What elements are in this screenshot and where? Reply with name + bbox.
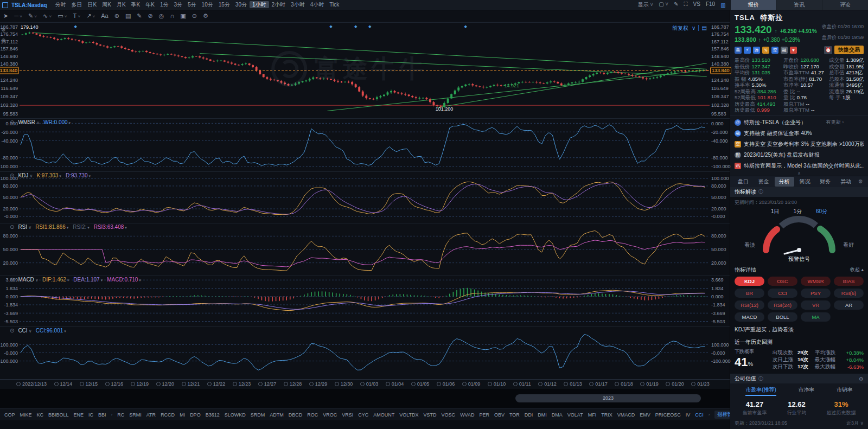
kdj-plot[interactable]: [20, 172, 710, 223]
valuation-tab[interactable]: 市销率: [837, 386, 853, 396]
notice-row[interactable]: 企特斯拉-TESLA（企业号）有更新 ›: [735, 117, 864, 128]
indicator-tab[interactable]: ENE: [74, 412, 84, 418]
price-plot[interactable]: 179.140101.20014.921◆◆◆◆◆: [20, 23, 710, 119]
timeframe-button[interactable]: 周K: [99, 1, 114, 8]
date-axis[interactable]: 2022/12/1312/1412/1512/1612/1912/2012/21…: [0, 379, 730, 389]
wmsr-plot[interactable]: [20, 119, 710, 171]
chart-tool-button[interactable]: 显示: [638, 1, 654, 9]
indicator-tab[interactable]: IC: [88, 412, 93, 418]
indicator-tab[interactable]: MI: [180, 412, 185, 418]
period-button[interactable]: 1分: [793, 208, 802, 215]
tabs-settings-icon[interactable]: ⚙: [857, 178, 865, 184]
indicator-chip[interactable]: RSI(24): [768, 300, 797, 310]
timeframe-button[interactable]: 3分: [171, 1, 185, 8]
indicator-value[interactable]: WR:0.000: [43, 119, 71, 125]
indicator-name[interactable]: MACD: [18, 277, 39, 283]
indicator-tab[interactable]: SLOWKD: [225, 412, 246, 418]
indicator-tab[interactable]: KC: [37, 412, 44, 418]
timeframe-button[interactable]: 季K: [129, 1, 143, 8]
indicator-name[interactable]: CCI: [18, 328, 31, 334]
indicator-tab[interactable]: DMI: [538, 412, 547, 418]
panel-tab[interactable]: 盘口: [733, 177, 753, 187]
drawing-tool-icon[interactable]: ▤: [125, 13, 131, 19]
sidebar-tab[interactable]: 评论: [822, 0, 868, 10]
indicator-value[interactable]: RSI3:63.408: [94, 224, 127, 230]
timeframe-button[interactable]: 月K: [114, 1, 129, 8]
indicator-tab[interactable]: EMV: [640, 412, 650, 418]
indicator-chip[interactable]: RSI(12): [735, 300, 764, 310]
indicator-tab[interactable]: ATR: [146, 412, 156, 418]
indicator-tab[interactable]: VROC: [323, 412, 337, 418]
indicator-tab[interactable]: SRMI: [129, 412, 142, 418]
indicator-chip[interactable]: BR: [735, 289, 764, 298]
chart-tool-button[interactable]: VS: [693, 1, 700, 9]
scroll-thumb[interactable]: 2023: [515, 394, 701, 402]
event-marker-icon[interactable]: ◆: [354, 24, 357, 29]
timeframe-button[interactable]: 多日: [69, 1, 85, 8]
indicator-tab[interactable]: COP: [4, 412, 15, 418]
valuation-settings-icon[interactable]: ⚙: [859, 376, 864, 382]
indicator-tab[interactable]: CYC: [358, 412, 368, 418]
indicator-name[interactable]: KDJ: [18, 172, 33, 178]
valuation-range-select[interactable]: 近3月: [846, 420, 864, 427]
event-marker-icon[interactable]: ◆: [464, 24, 467, 29]
timeframe-button[interactable]: 分时: [53, 1, 69, 8]
drawing-tool-icon[interactable]: Aa: [101, 13, 108, 19]
timeframe-button[interactable]: 1分: [157, 1, 171, 8]
indicator-chip[interactable]: AR: [834, 300, 864, 310]
macd-plot[interactable]: [20, 276, 710, 326]
chart-tool-button[interactable]: ⛶: [684, 1, 688, 9]
panel-tab[interactable]: 财务: [815, 177, 835, 187]
indicator-tab[interactable]: VOLTDX: [399, 412, 418, 418]
indicator-tab[interactable]: TOR: [509, 412, 520, 418]
indicator-tab[interactable]: VOLAT: [567, 412, 583, 418]
drawing-tool-icon[interactable]: ✎: [28, 13, 37, 19]
indicator-tab[interactable]: MIKE: [20, 412, 32, 418]
collapse-icon[interactable]: ⊙: [10, 277, 14, 283]
event-marker-icon[interactable]: ◆: [329, 24, 332, 29]
timeframe-button[interactable]: 日K: [85, 1, 100, 8]
drawing-tool-icon[interactable]: ▭: [58, 13, 67, 19]
drawing-tool-icon[interactable]: ✎: [137, 13, 142, 19]
indicator-tab[interactable]: OBV: [494, 412, 505, 418]
indicator-value[interactable]: MACD:0.710: [107, 277, 141, 283]
indicator-chip[interactable]: CCI: [768, 289, 797, 298]
chart-layout-icons[interactable]: ∨ ⏐ ▤: [692, 25, 707, 31]
indicator-value[interactable]: K:97.303: [36, 172, 61, 178]
indicator-chip[interactable]: PSY: [801, 289, 831, 298]
timeframe-button[interactable]: 10分: [199, 1, 216, 8]
indicator-tab[interactable]: VOSC: [442, 412, 456, 418]
period-button[interactable]: 1日: [771, 208, 780, 215]
indicator-tab[interactable]: BBIBOLL: [48, 412, 69, 418]
indicator-tab[interactable]: VMACD: [617, 412, 635, 418]
timeframe-button[interactable]: 3小时: [288, 1, 308, 8]
info-icon[interactable]: ⓘ: [758, 375, 763, 382]
timeframe-button[interactable]: 4小时: [308, 1, 327, 8]
indicator-value[interactable]: DEA:1.107: [73, 277, 103, 283]
panel-tab[interactable]: 异动: [836, 177, 856, 187]
adjust-mode[interactable]: 前复权∨ ⏐ ▤: [672, 24, 707, 32]
indicator-tab[interactable]: CCI: [695, 412, 704, 418]
indicator-name[interactable]: RSI: [18, 224, 31, 230]
indicator-tab[interactable]: TRIX: [601, 412, 612, 418]
indicator-value[interactable]: RSI1:81.866: [35, 224, 68, 230]
sidebar-toggle-icon[interactable]: ▥: [720, 2, 725, 8]
indicator-value[interactable]: DIF:1.462: [42, 277, 69, 283]
indicator-tab[interactable]: DPO: [190, 412, 201, 418]
indicator-chip[interactable]: MACD: [735, 312, 764, 322]
drawing-tool-icon[interactable]: ▣: [180, 13, 186, 19]
valuation-tab[interactable]: 市盈率(推荐): [745, 386, 776, 396]
sidebar-tab[interactable]: 资讯: [776, 0, 822, 10]
price-alert-icon[interactable]: ⏰: [824, 46, 832, 54]
symbol-label[interactable]: TSLA:Nasdaq: [11, 2, 47, 8]
chart-scroll-area[interactable]: 2023: [0, 389, 730, 409]
indicator-name[interactable]: WMSR: [18, 119, 40, 125]
quick-trade-button[interactable]: 快捷交易: [834, 46, 864, 54]
indicator-tab[interactable]: PER: [479, 412, 489, 418]
indicator-chip[interactable]: OSC: [768, 277, 797, 286]
drawing-tool-icon[interactable]: ⊖: [192, 13, 197, 19]
drawing-tool-icon[interactable]: ◎: [159, 13, 164, 19]
indicator-tab[interactable]: ADTM: [270, 412, 284, 418]
drawing-tool-icon[interactable]: ─: [14, 13, 22, 19]
cci-plot[interactable]: [20, 327, 710, 379]
